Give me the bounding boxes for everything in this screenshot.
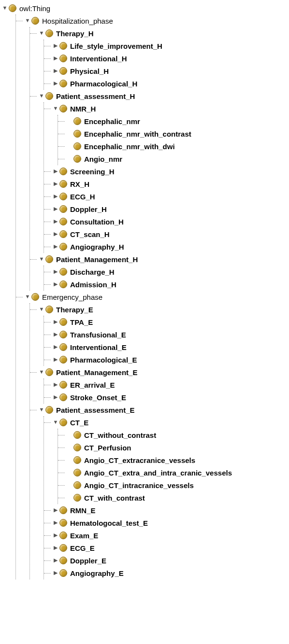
tree-connector [58,140,67,153]
expand-toggle-closed-icon[interactable]: ▶ [53,230,58,238]
tree-children: ▶TPA_E▶Transfusional_E▶Interventional_E▶… [43,316,287,366]
tree-node-hospitalization-phase[interactable]: ▼Hospitalization_phase [16,14,287,27]
tree-node-ct-without-contrast[interactable]: CT_without_contrast [58,429,287,441]
expand-toggle-closed-icon[interactable]: ▶ [53,193,58,200]
tree-node-emergency-phase[interactable]: ▼Emergency_phase [16,291,287,303]
tree-node-angio-nmr[interactable]: Angio_nmr [58,153,287,165]
tree-connector [44,52,53,65]
expand-toggle-closed-icon[interactable]: ▶ [53,55,58,62]
class-bullet-icon [59,80,67,87]
tree-node-nmr-h[interactable]: ▼NMR_H [44,102,287,115]
tree-node-doppler-h[interactable]: ▶Doppler_H [44,203,287,215]
tree-node-rx-h[interactable]: ▶RX_H [44,178,287,190]
tree-node-physical-h[interactable]: ▶Physical_H [44,65,287,77]
tree-node-patient-assessment-h[interactable]: ▼Patient_assessment_H [30,90,287,102]
expand-toggle-closed-icon[interactable]: ▶ [53,356,58,363]
tree-node-patient-assessment-e[interactable]: ▼Patient_assessment_E [30,404,287,416]
expand-toggle-closed-icon[interactable]: ▶ [53,243,58,250]
tree-node-ct-with-contrast[interactable]: CT_with_contrast [58,491,287,504]
tree-node-rmn-e[interactable]: ▶RMN_E [44,504,287,517]
expand-toggle-open-icon[interactable]: ▼ [39,406,44,413]
expand-toggle-open-icon[interactable]: ▼ [39,368,44,376]
tree-children: ▶Life_style_improvement_H▶Interventional… [43,40,287,90]
tree-node-label: Angiography_E [70,568,124,578]
expand-toggle-open-icon[interactable]: ▼ [25,17,30,24]
expand-toggle-closed-icon[interactable]: ▶ [53,381,58,388]
expand-toggle-open-icon[interactable]: ▼ [25,293,30,300]
expand-toggle-closed-icon[interactable]: ▶ [53,569,58,576]
tree-node-angio-ct-extra-and-intra-cranic-vessels[interactable]: Angio_CT_extra_and_intra_cranic_vessels [58,466,287,479]
tree-node-patient-management-h[interactable]: ▼Patient_Management_H [30,253,287,266]
tree-node-discharge-h[interactable]: ▶Discharge_H [44,266,287,278]
tree-node-interventional-h[interactable]: ▶Interventional_H [44,52,287,65]
tree-node-angio-ct-intracranice-vessels[interactable]: Angio_CT_intracranice_vessels [58,479,287,491]
expand-toggle-closed-icon[interactable]: ▶ [53,268,58,275]
tree-node-screening-h[interactable]: ▶Screening_H [44,165,287,178]
expand-toggle-closed-icon[interactable]: ▶ [53,393,58,401]
tree-node-pharmacological-e[interactable]: ▶Pharmacological_E [44,353,287,366]
tree-node-doppler-e[interactable]: ▶Doppler_E [44,554,287,567]
expand-toggle-closed-icon[interactable]: ▶ [53,180,58,187]
tree-node-transfusional-e[interactable]: ▶Transfusional_E [44,328,287,341]
tree-node-consultation-h[interactable]: ▶Consultation_H [44,215,287,228]
expand-toggle-closed-icon[interactable]: ▶ [53,67,58,74]
tree-node-interventional-e[interactable]: ▶Interventional_E [44,341,287,353]
expand-toggle-closed-icon[interactable]: ▶ [53,544,58,551]
tree-node-admission-h[interactable]: ▶Admission_H [44,278,287,291]
tree-node-tpa-e[interactable]: ▶TPA_E [44,316,287,328]
expand-toggle-closed-icon[interactable]: ▶ [53,205,58,212]
expand-toggle-open-icon[interactable]: ▼ [2,4,8,12]
tree-node-owl-thing[interactable]: ▼owl:Thing [2,2,287,14]
class-bullet-icon [59,268,67,276]
expand-toggle-closed-icon[interactable]: ▶ [53,331,58,338]
tree-node-hematologocal-test-e[interactable]: ▶Hematologocal_test_E [44,517,287,529]
expand-toggle-open-icon[interactable]: ▼ [53,419,58,426]
tree-node-label: Doppler_E [70,555,106,566]
expand-toggle-closed-icon[interactable]: ▶ [53,557,58,564]
tree-connector [44,341,53,353]
class-bullet-icon [59,205,67,213]
tree-node-encephalic-nmr-with-contrast[interactable]: Encephalic_nmr_with_contrast [58,127,287,140]
class-bullet-icon [45,368,53,376]
expand-toggle-closed-icon[interactable]: ▶ [53,519,58,526]
tree-node-ct-scan-h[interactable]: ▶CT_scan_H [44,228,287,240]
tree-node-ct-e[interactable]: ▼CT_E [44,416,287,429]
tree-node-encephalic-nmr[interactable]: Encephalic_nmr [58,115,287,127]
expand-toggle-closed-icon[interactable]: ▶ [53,318,58,325]
expand-toggle-open-icon[interactable]: ▼ [39,306,44,313]
tree-node-angio-ct-extracranice-vessels[interactable]: Angio_CT_extracranice_vessels [58,454,287,466]
tree-node-ecg-h[interactable]: ▶ECG_H [44,190,287,203]
expand-toggle-open-icon[interactable]: ▼ [39,92,44,99]
expand-toggle-closed-icon[interactable]: ▶ [53,280,58,288]
tree-node-angiography-e[interactable]: ▶Angiography_E [44,567,287,579]
tree-node-patient-management-e[interactable]: ▼Patient_Management_E [30,366,287,378]
expand-toggle-closed-icon[interactable]: ▶ [53,532,58,539]
expand-toggle-open-icon[interactable]: ▼ [53,105,58,112]
tree-node-label: owl:Thing [19,3,50,14]
tree-node-exam-e[interactable]: ▶Exam_E [44,529,287,542]
expand-toggle-open-icon[interactable]: ▼ [39,255,44,263]
tree-node-ecg-e[interactable]: ▶ECG_E [44,542,287,554]
tree-node-label: CT_scan_H [70,229,110,239]
expand-toggle-closed-icon[interactable]: ▶ [53,218,58,225]
tree-node-label: Patient_Management_H [56,254,138,265]
tree-connector [44,266,53,278]
tree-node-ct-perfusion[interactable]: CT_Perfusion [58,441,287,454]
expand-toggle-open-icon[interactable]: ▼ [39,29,44,37]
expand-toggle-closed-icon[interactable]: ▶ [53,168,58,175]
expand-toggle-closed-icon[interactable]: ▶ [53,506,58,514]
tree-connector [58,153,67,165]
tree-children: ▼Therapy_E▶TPA_E▶Transfusional_E▶Interve… [29,303,287,579]
tree-node-angiography-h[interactable]: ▶Angiography_H [44,240,287,253]
tree-node-er-arrival-e[interactable]: ▶ER_arrival_E [44,378,287,391]
tree-node-stroke-onset-e[interactable]: ▶Stroke_Onset_E [44,391,287,404]
expand-toggle-closed-icon[interactable]: ▶ [53,343,58,350]
tree-node-therapy-h[interactable]: ▼Therapy_H [30,27,287,40]
class-bullet-icon [59,180,67,188]
tree-node-life-style-improvement-h[interactable]: ▶Life_style_improvement_H [44,40,287,52]
expand-toggle-closed-icon[interactable]: ▶ [53,42,58,49]
tree-node-pharmacological-h[interactable]: ▶Pharmacological_H [44,77,287,90]
expand-toggle-closed-icon[interactable]: ▶ [53,80,58,87]
tree-node-therapy-e[interactable]: ▼Therapy_E [30,303,287,316]
tree-node-encephalic-nmr-with-dwi[interactable]: Encephalic_nmr_with_dwi [58,140,287,153]
